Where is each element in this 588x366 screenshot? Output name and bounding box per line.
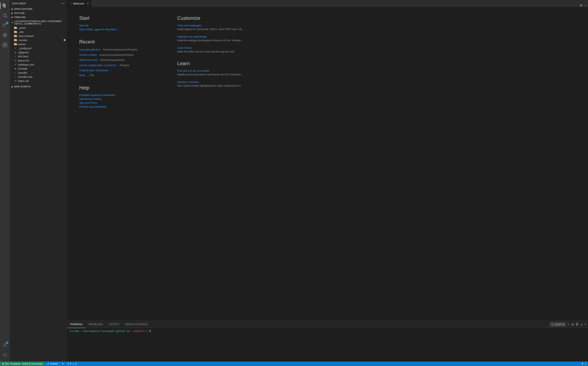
tab-welcome[interactable]: ✦ Welcome × — [67, 0, 91, 7]
more-link[interactable]: More... — [79, 74, 87, 77]
folder-assets[interactable]: assets — [10, 42, 67, 46]
folder-posts[interactable]: _posts — [10, 26, 67, 30]
folder-icon — [14, 30, 17, 33]
file-about-md[interactable]: M about.md — [10, 58, 67, 62]
introductory-videos-link[interactable]: Introductory videos — [79, 97, 161, 100]
settings-keybindings-title: Settings and keybindings — [177, 35, 259, 38]
file-buildspec-yml[interactable]: Y buildspec.yml — [10, 62, 67, 67]
settings-keybindings-desc: Install the settings and keyboard shortc… — [177, 39, 259, 42]
recent-item-2: hibiro-back-end /Users/lucasyamamoto — [79, 58, 161, 62]
git-file-icon: ◆ — [14, 51, 17, 54]
svg-point-2 — [3, 14, 6, 17]
recent-project-name[interactable]: Projects [Dev Container] — [79, 69, 108, 72]
svg-point-4 — [3, 24, 4, 25]
open-folder-link[interactable]: Open folder... — [79, 28, 95, 31]
modified-dot — [64, 39, 65, 41]
help-section: Help Printable keyboard cheatsheet Intro… — [79, 85, 161, 108]
clone-repo-link[interactable]: clone repository... — [98, 28, 118, 31]
tab-bar: ✦ Welcome × ⊟ ··· — [67, 0, 294, 7]
recent-project-path: ~/Projects — [118, 64, 129, 67]
start-section: Start New file Open folder... or clone r… — [79, 15, 161, 32]
outline-section[interactable]: ▶ Outline — [10, 11, 67, 15]
explorer-activity-icon[interactable] — [0, 1, 10, 11]
or-text: or — [95, 28, 98, 31]
open-editors-chevron: ▶ — [11, 8, 13, 10]
find-commands-title: Find and run all commands — [177, 69, 259, 72]
tab-welcome-icon: ✦ — [69, 2, 72, 5]
settings-keybindings-item[interactable]: Settings and keybindings Install the set… — [177, 35, 259, 42]
welcome-page: Start New file Open folder... or clone r… — [67, 7, 294, 183]
outline-chevron: ▶ — [11, 12, 13, 14]
svg-rect-12 — [5, 45, 7, 47]
color-theme-desc: Make the editor and your code look the w… — [177, 50, 259, 53]
run-debug-activity-icon[interactable] — [0, 30, 10, 40]
activity-bar: 4 1 — [0, 0, 10, 183]
customize-title: Customize — [177, 15, 259, 21]
md-file-icon2: M — [14, 79, 17, 83]
yml-file-icon: Y — [14, 46, 17, 50]
recent-project-name[interactable]: mundo-codeby [Dev Container] — [79, 64, 116, 67]
gem-lock-file-icon: ♦ — [14, 75, 17, 78]
svg-point-5 — [3, 26, 4, 27]
recent-project-name[interactable]: mundo-codeby — [79, 53, 97, 56]
sidebar: Explorer ··· ▶ Open Editors ▶ Outline ▶ … — [10, 0, 67, 183]
color-theme-item[interactable]: Color theme Make the editor and your cod… — [177, 46, 259, 53]
search-activity-icon[interactable] — [0, 11, 10, 20]
help-title: Help — [79, 85, 161, 91]
more-shortcut: (^R) — [89, 74, 94, 78]
recent-item-4: Projects [Dev Container] ~ — [79, 69, 161, 73]
svg-rect-10 — [5, 43, 7, 45]
source-control-activity-icon[interactable]: 4 — [0, 20, 10, 30]
recent-project-name[interactable]: hibiro-back-end — [79, 58, 98, 61]
recent-item-1: mundo-codeby /Users/lucasyamamoto/Projec… — [79, 53, 161, 57]
folder-icon — [14, 38, 17, 42]
learn-title: Learn — [177, 61, 259, 66]
learn-section: Learn Find and run all commands Rapidly … — [177, 61, 259, 88]
folder-devcontainer[interactable]: .devcontainer — [10, 34, 67, 38]
file-gemfile[interactable]: ♦ Gemfile — [10, 71, 67, 75]
file-index-md[interactable]: M index.md — [10, 79, 67, 83]
color-theme-title: Color theme — [177, 46, 259, 49]
recent-title: Recent — [79, 39, 161, 45]
welcome-left: Start New file Open folder... or clone r… — [79, 15, 161, 183]
npm-scripts-section[interactable]: ▶ NPM SCRIPTS — [10, 84, 67, 89]
sidebar-header-actions: ··· — [61, 2, 65, 5]
tools-languages-item[interactable]: Tools and languages Install support for … — [177, 24, 259, 31]
sidebar-more-icon[interactable]: ··· — [61, 2, 65, 5]
source-control-badge: 4 — [6, 22, 8, 24]
keyboard-cheatsheet-link[interactable]: Printable keyboard cheatsheet — [79, 93, 161, 97]
cname-file-icon: ■ — [14, 67, 17, 70]
recent-item-0: lucasayb.github.io /Users/lucasyamamoto/… — [79, 48, 161, 52]
open-editors-section[interactable]: ▶ Open Editors — [10, 7, 67, 11]
new-file-link[interactable]: New file — [79, 24, 161, 27]
md-file-icon: M — [14, 59, 17, 62]
folder-icon — [14, 26, 17, 30]
file-404html[interactable]: 5 404.html — [10, 54, 67, 58]
tips-tricks-link[interactable]: Tips and Tricks — [79, 101, 161, 104]
timeline-chevron: ▶ — [11, 16, 13, 18]
more-row: More... (^R) — [79, 74, 161, 78]
product-docs-link[interactable]: Product documentation — [79, 105, 161, 108]
tab-close-button[interactable]: × — [87, 2, 89, 5]
recent-project-path: /Users/lucasyamamoto — [100, 59, 125, 61]
find-commands-item[interactable]: Find and run all commands Rapidly access… — [177, 69, 259, 76]
project-root-section[interactable]: ▼ LUCASAYB.GITHUB.IO [DEV CONTAINER: JEK… — [10, 19, 67, 26]
recent-section: Recent lucasayb.github.io /Users/lucasya… — [79, 39, 161, 78]
folder-site[interactable]: _site — [10, 30, 67, 34]
file-gemfile-lock[interactable]: ♦ Gemfile.lock — [10, 75, 67, 79]
file-gitignore[interactable]: ◆ .gitignore — [10, 50, 67, 54]
interface-overview-item[interactable]: Interface overview Get a visual overlay … — [177, 80, 259, 88]
extensions-activity-icon[interactable] — [0, 40, 10, 50]
tools-languages-title: Tools and languages — [177, 24, 259, 27]
timeline-section[interactable]: ▶ Timeline — [10, 15, 67, 19]
folder-icon — [14, 34, 17, 38]
start-title: Start — [79, 15, 161, 21]
folder-vscode[interactable]: .vscode — [10, 38, 67, 42]
npm-scripts-chevron: ▶ — [11, 86, 13, 88]
html-file-icon: 5 — [14, 55, 17, 58]
folder-icon — [14, 43, 17, 46]
file-config-yml[interactable]: Y _config.yml — [10, 46, 67, 50]
file-cname[interactable]: ■ CNAME — [10, 67, 67, 71]
recent-project-name[interactable]: lucasayb.github.io — [79, 48, 100, 51]
sidebar-header: Explorer ··· — [10, 0, 67, 7]
